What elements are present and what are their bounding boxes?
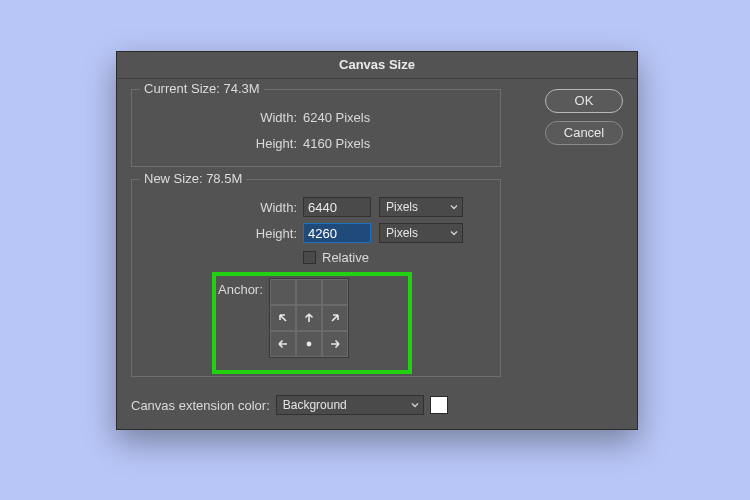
anchor-cell-top-center[interactable] [296,279,322,305]
anchor-cell-bottom-left[interactable] [270,331,296,357]
anchor-grid[interactable] [269,278,349,358]
new-height-input[interactable] [303,223,371,243]
anchor-cell-bottom-center[interactable] [296,331,322,357]
relative-label: Relative [322,250,369,265]
new-size-legend: New Size: 78.5M [140,171,246,186]
arrow-left-icon [275,336,291,352]
extension-color-label: Canvas extension color: [131,398,270,413]
current-width-value: 6240 Pixels [303,110,370,125]
anchor-cell-bottom-right[interactable] [322,331,348,357]
extension-color-row: Canvas extension color: Background [131,393,448,417]
arrow-right-icon [327,336,343,352]
anchor-cell-mid-center[interactable] [296,305,322,331]
button-column: OK Cancel [545,89,623,153]
current-size-legend: Current Size: 74.3M [140,81,264,96]
relative-row: Relative [303,250,490,265]
extension-color-value: Background [283,398,347,412]
relative-checkbox[interactable] [303,251,316,264]
new-size-group: New Size: 78.5M Width: Pixels Height: Pi… [131,179,501,377]
dialog-body: OK Cancel Current Size: 74.3M Width: 624… [117,79,637,429]
arrow-up-icon [301,310,317,326]
new-width-input[interactable] [303,197,371,217]
anchor-cell-mid-right[interactable] [322,305,348,331]
new-height-unit-value: Pixels [386,226,418,240]
cancel-button[interactable]: Cancel [545,121,623,145]
canvas-size-dialog: Canvas Size OK Cancel Current Size: 74.3… [116,51,638,430]
extension-color-swatch[interactable] [430,396,448,414]
current-height-value: 4160 Pixels [303,136,370,151]
ok-button[interactable]: OK [545,89,623,113]
anchor-cell-mid-left[interactable] [270,305,296,331]
current-width-label: Width: [142,110,303,125]
chevron-down-icon [450,229,458,237]
arrow-up-right-icon [327,310,343,326]
anchor-cell-top-left[interactable] [270,279,296,305]
anchor-origin-dot-icon [301,336,317,352]
new-width-label: Width: [142,200,303,215]
new-height-unit-select[interactable]: Pixels [379,223,463,243]
new-height-label: Height: [142,226,303,241]
anchor-label: Anchor: [218,278,263,297]
arrow-up-left-icon [275,310,291,326]
new-width-unit-select[interactable]: Pixels [379,197,463,217]
anchor-cell-top-right[interactable] [322,279,348,305]
dialog-title: Canvas Size [117,52,637,79]
chevron-down-icon [450,203,458,211]
extension-color-select[interactable]: Background [276,395,424,415]
new-width-unit-value: Pixels [386,200,418,214]
chevron-down-icon [411,401,419,409]
current-size-group: Current Size: 74.3M Width: 6240 Pixels H… [131,89,501,167]
svg-point-0 [306,342,311,347]
anchor-wrap: Anchor: [218,278,349,358]
current-height-label: Height: [142,136,303,151]
